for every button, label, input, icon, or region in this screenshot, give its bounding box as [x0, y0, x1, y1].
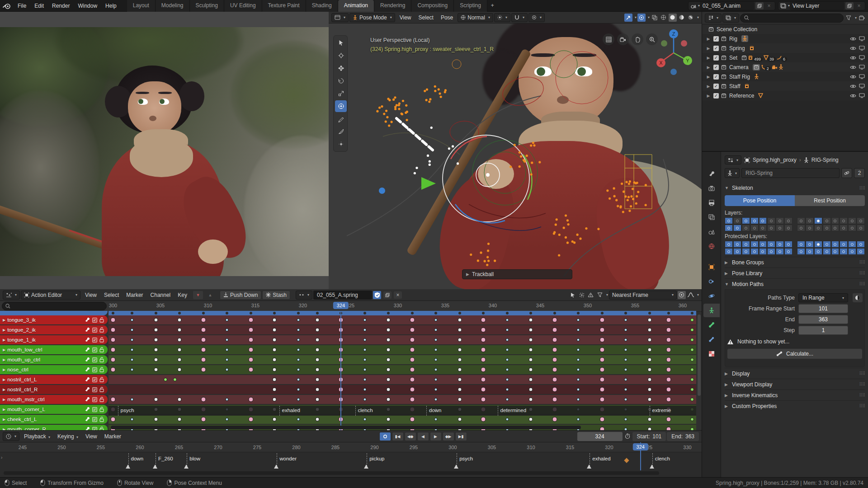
- editor-type-button[interactable]: ▾: [3, 432, 19, 441]
- keyframe-blue[interactable]: [363, 368, 366, 371]
- transform-orientation-selector[interactable]: Normal▾: [458, 13, 493, 22]
- layer-toggle[interactable]: [823, 241, 831, 248]
- layer-toggle[interactable]: [750, 225, 759, 231]
- dopesheet-menu-key[interactable]: Key: [174, 291, 191, 299]
- section-motion-paths[interactable]: ▼Motion Paths⠿⠿: [725, 278, 865, 289]
- properties-tab-object[interactable]: [703, 260, 720, 274]
- marker-psych[interactable]: psych: [118, 406, 134, 416]
- keyframe-blue[interactable]: [505, 388, 509, 391]
- keyframe-row-cheek_ctrl_L[interactable]: [108, 415, 696, 425]
- keyframe-pink[interactable]: [599, 357, 604, 362]
- keyframe-white[interactable]: [315, 318, 319, 322]
- summary-key-dot[interactable]: [273, 312, 276, 314]
- channel-mouth_corner_R[interactable]: ▶mouth_corner_R✓: [0, 425, 108, 430]
- properties-tab-output[interactable]: [703, 196, 720, 210]
- keyframe-green[interactable]: [690, 388, 694, 391]
- id-user-count[interactable]: 2: [854, 168, 865, 178]
- keyframe-white[interactable]: [387, 388, 391, 392]
- keyframe-blue[interactable]: [434, 358, 438, 361]
- timeline-menu-playback[interactable]: Playback ▾: [20, 432, 54, 441]
- layer-toggle[interactable]: [806, 217, 814, 224]
- layer-toggle[interactable]: [831, 217, 840, 224]
- keyframe-white[interactable]: [273, 388, 277, 392]
- keyframe-blue[interactable]: [363, 328, 366, 332]
- summary-key-dot[interactable]: [458, 312, 461, 314]
- keyframe-row-mouth_mstr_ctrl[interactable]: [108, 395, 696, 405]
- blender-logo-icon[interactable]: [0, 3, 14, 9]
- keyframe-white[interactable]: [529, 378, 533, 382]
- keyframe-green[interactable]: [690, 328, 694, 332]
- summary-key-dot[interactable]: [411, 312, 414, 314]
- keyframe-blue[interactable]: [505, 319, 509, 322]
- channel-mouth_mstr_ctrl[interactable]: ▶mouth_mstr_ctrl✓: [0, 395, 108, 404]
- channel-tongue_1_ik[interactable]: ▶tongue_1_ik✓: [0, 335, 108, 344]
- shading-material-button[interactable]: [678, 14, 686, 22]
- keyframe-blue[interactable]: [434, 348, 438, 352]
- keyframe-pink[interactable]: [552, 347, 557, 352]
- keyframe-pink[interactable]: [666, 397, 671, 402]
- fake-user-toggle[interactable]: [373, 291, 381, 299]
- selected-marker-diamond[interactable]: [624, 458, 629, 463]
- keyframe-pink[interactable]: [552, 338, 557, 343]
- action-selector[interactable]: ▾: [296, 291, 312, 300]
- keyframe-white[interactable]: [647, 398, 651, 402]
- properties-tab-texture[interactable]: [703, 347, 720, 361]
- keyframe-white[interactable]: [647, 378, 651, 382]
- keyframe-white[interactable]: [458, 388, 462, 392]
- layer-toggle[interactable]: [814, 241, 822, 248]
- keyframe-white[interactable]: [273, 348, 277, 352]
- use-preview-range-toggle[interactable]: [623, 432, 632, 441]
- marker-down[interactable]: down: [128, 453, 144, 469]
- filter-dropdown[interactable]: ▾: [855, 16, 857, 20]
- keyframe-white[interactable]: [529, 318, 533, 322]
- hide-viewport-eye-icon[interactable]: [850, 84, 856, 89]
- keyframe-blue[interactable]: [505, 368, 509, 371]
- falloff-dropdown[interactable]: ▾: [697, 293, 699, 297]
- play-button[interactable]: ▶: [430, 432, 442, 441]
- keyframe-pink[interactable]: [410, 328, 415, 333]
- layer-toggle[interactable]: [733, 217, 741, 224]
- layer-toggle[interactable]: [823, 248, 831, 255]
- transform-tool-button[interactable]: [335, 100, 347, 112]
- keyframe-blue[interactable]: [226, 418, 229, 421]
- keyframe-blue[interactable]: [624, 338, 627, 342]
- keyframe-blue[interactable]: [363, 358, 366, 361]
- new-action-copy-button[interactable]: [383, 291, 392, 299]
- keyframe-white[interactable]: [529, 368, 533, 372]
- zoom-view-icon[interactable]: [646, 33, 658, 45]
- keyframe-white[interactable]: [387, 338, 391, 342]
- scene-copy-button[interactable]: [755, 2, 764, 9]
- tab-shading[interactable]: Shading: [306, 0, 338, 12]
- keyframe-blue[interactable]: [577, 398, 580, 401]
- keyframe-pink[interactable]: [248, 338, 253, 343]
- keyframe-white[interactable]: [387, 348, 391, 352]
- scene-name[interactable]: 02_055_A.anim: [700, 2, 754, 10]
- disable-render-icon[interactable]: [859, 84, 865, 89]
- layer-toggle[interactable]: [831, 241, 840, 248]
- menu-window[interactable]: Window: [74, 3, 101, 9]
- marker-exhaled[interactable]: exhaled: [590, 453, 610, 469]
- keyframe-pink[interactable]: [201, 357, 206, 362]
- keyframe-blue[interactable]: [434, 319, 438, 322]
- keyframe-pink[interactable]: [552, 367, 557, 372]
- keyframe-pink[interactable]: [111, 338, 116, 343]
- operator-panel-trackball[interactable]: ▶Trackball: [462, 269, 572, 279]
- summary-key-dot[interactable]: [553, 312, 556, 314]
- layer-toggle[interactable]: [814, 217, 822, 224]
- keyframe-blue[interactable]: [434, 418, 438, 421]
- move-tool-button[interactable]: [335, 62, 347, 74]
- frame-start-field[interactable]: Start:101: [632, 432, 666, 441]
- keyframe-pink[interactable]: [481, 417, 486, 422]
- paths-type-dropdown[interactable]: In Range▾: [798, 293, 848, 302]
- keyframe-white[interactable]: [529, 398, 533, 402]
- outliner-row-rig[interactable]: ▶✓Rig: [702, 34, 868, 43]
- animate-property-button[interactable]: [853, 293, 863, 302]
- keyframe-white[interactable]: [647, 318, 651, 322]
- keyframe-white[interactable]: [458, 318, 462, 322]
- layer-toggle[interactable]: [759, 241, 767, 248]
- collection-checkbox[interactable]: ✓: [713, 46, 719, 51]
- layer-toggle[interactable]: [857, 217, 865, 224]
- summary-key-dot[interactable]: [482, 312, 485, 314]
- tab-compositing[interactable]: Compositing: [411, 0, 454, 12]
- summary-key-dot[interactable]: [363, 312, 366, 314]
